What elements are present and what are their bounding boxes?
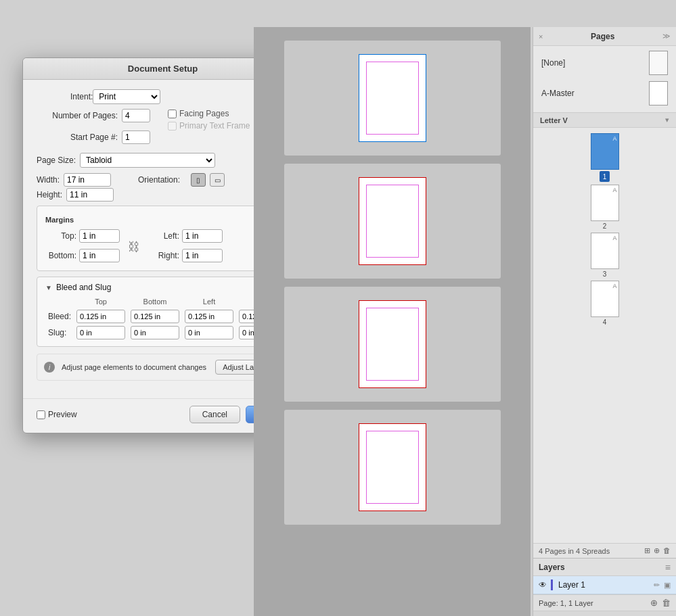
bleed-bottom-input[interactable] bbox=[131, 310, 179, 323]
bottom-margin-label: Bottom: bbox=[45, 251, 76, 260]
pages-status-bar: 4 Pages in 4 Spreads ⊞ ⊕ 🗑 bbox=[533, 543, 676, 558]
left-margin-input[interactable] bbox=[182, 229, 223, 243]
col-left-header: Left bbox=[182, 298, 236, 308]
bleed-top-input[interactable] bbox=[76, 310, 125, 323]
chain-link-icon[interactable]: ⛓ bbox=[128, 240, 140, 254]
slug-row-label: Slug: bbox=[45, 325, 74, 341]
left-margin-label: Left: bbox=[148, 231, 179, 241]
orient-landscape-btn[interactable]: ▭ bbox=[210, 173, 225, 187]
width-label: Width: bbox=[37, 175, 60, 185]
pages-panel-title: Pages bbox=[591, 32, 614, 41]
primary-text-frame-checkbox[interactable] bbox=[168, 122, 177, 131]
panel-scrollbar[interactable] bbox=[533, 611, 676, 616]
bottom-margin-input[interactable] bbox=[79, 249, 120, 262]
preview-checkbox[interactable] bbox=[37, 410, 45, 419]
page-2-num: 2 bbox=[603, 222, 607, 230]
page-2-letter: A bbox=[612, 187, 616, 193]
page-margin-box-2 bbox=[366, 185, 419, 258]
page-thumb-3[interactable] bbox=[359, 300, 426, 388]
layer-visibility-icon[interactable]: 👁 bbox=[539, 580, 547, 590]
slug-left-input[interactable] bbox=[185, 326, 233, 339]
layers-delete-icon[interactable]: 🗑 bbox=[662, 598, 671, 608]
layer-color-bar bbox=[551, 579, 553, 590]
height-input[interactable] bbox=[66, 188, 114, 202]
layers-section: Layers ≡ 👁 Layer 1 ✏ ▣ bbox=[533, 558, 676, 594]
layers-panel-footer: Page: 1, 1 Layer ⊕ 🗑 bbox=[533, 594, 676, 611]
pages-panel-close-icon[interactable]: × bbox=[539, 32, 543, 41]
bleed-slug-header[interactable]: ▼ Bleed and Slug bbox=[45, 283, 280, 292]
primary-text-frame-checkbox-label[interactable]: Primary Text Frame bbox=[168, 121, 250, 131]
layer-page-status: Page: 1, 1 Layer bbox=[539, 599, 593, 607]
page-3-letter: A bbox=[612, 235, 616, 241]
page-thumb-2[interactable] bbox=[359, 177, 426, 265]
spread-nav-icon[interactable]: ▾ bbox=[665, 116, 669, 124]
orient-portrait-btn[interactable]: ▯ bbox=[191, 173, 206, 187]
page-icon-4[interactable]: A bbox=[591, 281, 619, 317]
layers-menu-icon[interactable]: ≡ bbox=[665, 562, 671, 573]
col-top-header: Top bbox=[74, 298, 128, 308]
pages-panel-topbar: × Pages ≫ bbox=[533, 27, 676, 46]
none-master-thumb bbox=[649, 51, 668, 75]
pages-new-page-icon[interactable]: ⊕ bbox=[654, 546, 660, 555]
page-icon-1[interactable]: A bbox=[591, 133, 619, 170]
pages-new-spread-icon[interactable]: ⊞ bbox=[644, 546, 650, 555]
preview-checkbox-label[interactable]: Preview bbox=[37, 410, 77, 419]
pages-count-status: 4 Pages in 4 Spreads bbox=[539, 547, 610, 555]
page-entry-2[interactable]: A 2 bbox=[591, 185, 619, 230]
page-size-select[interactable]: Tabloid Letter A4 Legal Custom bbox=[80, 153, 215, 168]
page-margin-box-3 bbox=[366, 308, 419, 381]
top-margin-input[interactable] bbox=[79, 229, 120, 243]
intent-label: Intent: bbox=[70, 92, 93, 101]
start-page-input[interactable] bbox=[122, 131, 150, 144]
bleed-row-label: Bleed: bbox=[45, 308, 74, 325]
page-spread-2[interactable] bbox=[284, 164, 501, 279]
slug-bottom-input[interactable] bbox=[131, 326, 179, 339]
layer-1-row[interactable]: 👁 Layer 1 ✏ ▣ bbox=[533, 576, 676, 594]
none-master-row[interactable]: [None] bbox=[539, 49, 671, 77]
a-master-row[interactable]: A-Master bbox=[539, 79, 671, 108]
page-spread-3[interactable] bbox=[284, 287, 501, 402]
page-entry-3[interactable]: A 3 bbox=[591, 233, 619, 278]
page-4-num: 4 bbox=[603, 318, 607, 326]
page-entry-4[interactable]: A 4 bbox=[591, 281, 619, 326]
a-master-thumb bbox=[649, 81, 668, 105]
pages-delete-page-icon[interactable]: 🗑 bbox=[663, 546, 671, 555]
page-icon-3[interactable]: A bbox=[591, 233, 619, 269]
page-thumb-4[interactable] bbox=[359, 423, 426, 511]
pages-panel-expand-icon[interactable]: ≫ bbox=[662, 32, 671, 41]
page-icon-2[interactable]: A bbox=[591, 185, 619, 221]
right-margin-input[interactable] bbox=[182, 249, 223, 262]
bleed-slug-label: Bleed and Slug bbox=[56, 283, 111, 292]
layer-edit-icon[interactable]: ✏ bbox=[654, 581, 660, 590]
orientation-label: Orientation: bbox=[138, 175, 180, 185]
adjust-text: Adjust page elements to document changes bbox=[62, 363, 208, 371]
page-thumb-1[interactable] bbox=[359, 54, 426, 142]
facing-pages-checkbox-label[interactable]: Facing Pages bbox=[168, 109, 250, 118]
width-input[interactable] bbox=[64, 173, 111, 187]
num-pages-input[interactable] bbox=[122, 109, 150, 122]
page-4-letter: A bbox=[612, 283, 616, 289]
layers-panel-topbar: Layers ≡ bbox=[533, 559, 676, 576]
intent-select[interactable]: Print Web Mobile bbox=[93, 89, 160, 104]
bleed-left-input[interactable] bbox=[185, 310, 233, 323]
layers-new-icon[interactable]: ⊕ bbox=[650, 598, 658, 608]
right-margin-label: Right: bbox=[148, 251, 179, 260]
none-master-label: [None] bbox=[541, 58, 565, 68]
page-1-num-bg: 1 bbox=[600, 171, 610, 182]
layer-lock-icon[interactable]: ▣ bbox=[664, 581, 671, 590]
page-1-letter: A bbox=[612, 135, 616, 142]
spread-name: Letter V bbox=[540, 116, 568, 124]
collapse-arrow-icon: ▼ bbox=[45, 284, 52, 291]
facing-pages-checkbox[interactable] bbox=[168, 110, 177, 118]
col-bottom-header: Bottom bbox=[128, 298, 182, 308]
cancel-button[interactable]: Cancel bbox=[189, 406, 240, 423]
a-master-label: A-Master bbox=[541, 89, 574, 98]
slug-top-input[interactable] bbox=[76, 326, 125, 339]
layer-1-name: Layer 1 bbox=[558, 580, 650, 590]
top-margin-label: Top: bbox=[45, 231, 76, 241]
start-page-label: Start Page #: bbox=[37, 133, 118, 142]
page-spread-1[interactable] bbox=[284, 41, 501, 156]
page-spread-4[interactable] bbox=[284, 410, 501, 525]
page-1-num: 1 bbox=[603, 173, 607, 181]
page-entry-1[interactable]: A 1 bbox=[591, 133, 619, 182]
